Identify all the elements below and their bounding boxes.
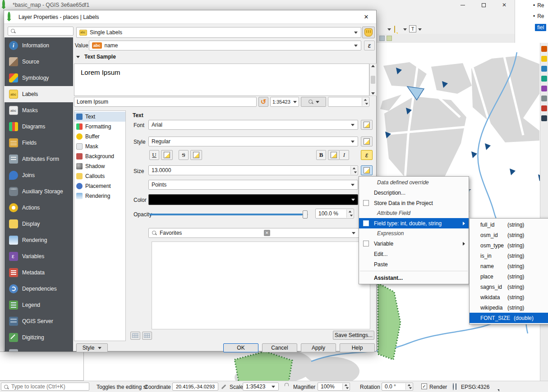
sidebar-item-display[interactable]: Display xyxy=(5,216,73,232)
italic-button[interactable]: I xyxy=(339,150,349,160)
save-settings-button[interactable]: Save Settings... xyxy=(333,331,374,340)
locate-input[interactable] xyxy=(1,383,89,391)
label-tool-icon[interactable] xyxy=(379,36,385,41)
automated-placement-button[interactable] xyxy=(362,27,375,38)
tab-background[interactable]: Background xyxy=(74,151,125,161)
sidebar-item-metadata[interactable]: Metadata xyxy=(5,264,73,281)
color-button[interactable] xyxy=(148,194,358,205)
sidebar-item-information[interactable]: Information xyxy=(5,37,73,54)
dock-selected-item[interactable]: fiel xyxy=(535,24,546,31)
sidebar-item-fields[interactable]: Fields xyxy=(5,135,73,151)
menu-item-paste[interactable]: Paste xyxy=(359,259,469,269)
sample-scale-combo[interactable]: 1:35423 xyxy=(270,97,299,107)
sidebar-item-diagrams[interactable]: Diagrams xyxy=(5,119,73,135)
field-item-wikipedia[interactable]: wikipedia(string) xyxy=(470,302,548,313)
preview-background-button[interactable] xyxy=(301,97,326,107)
chevron-down-icon[interactable] xyxy=(418,28,422,31)
tab-rendering[interactable]: Rendering xyxy=(74,191,125,201)
help-button[interactable]: Help xyxy=(340,343,375,352)
text-annotation-icon[interactable]: T xyxy=(409,25,416,32)
apply-button[interactable]: Apply xyxy=(301,343,336,352)
sidebar-item-rendering[interactable]: Rendering xyxy=(5,232,73,248)
scroll-thumb[interactable] xyxy=(371,76,375,84)
close-button[interactable]: ✕ xyxy=(494,0,515,10)
labels-mode-combo[interactable]: Single Labels xyxy=(76,27,361,38)
size-unit-combo[interactable]: Points xyxy=(148,180,358,190)
font-data-defined-button[interactable] xyxy=(361,120,373,130)
menu-item-field-type[interactable]: Field type: int, double, string xyxy=(359,218,469,228)
text-sample-header[interactable]: Text Sample xyxy=(84,54,116,60)
ok-button[interactable]: OK xyxy=(223,343,258,352)
sidebar-item-attributes-form[interactable]: Attributes Form xyxy=(5,151,73,167)
spin-arrows[interactable] xyxy=(350,166,357,174)
style-menu-button[interactable]: Style xyxy=(76,343,108,352)
tool-icon[interactable] xyxy=(541,46,547,52)
icon-view-button[interactable] xyxy=(130,332,140,340)
scroll-up-icon[interactable] xyxy=(371,65,375,67)
extents-icon[interactable] xyxy=(221,384,226,389)
scale-combo[interactable]: 1:35423 xyxy=(243,383,279,391)
sidebar-item-legend[interactable]: Legend xyxy=(5,297,73,313)
underline-data-defined-button[interactable] xyxy=(161,150,173,160)
sidebar-item-variables[interactable]: Variables xyxy=(5,248,73,264)
strikethrough-button[interactable]: S xyxy=(179,150,189,160)
chevron-down-icon[interactable] xyxy=(403,28,407,31)
list-view-button[interactable] xyxy=(142,332,152,340)
checkbox-icon[interactable] xyxy=(363,200,369,206)
bold-data-defined-button[interactable] xyxy=(328,150,340,160)
sidebar-item-dependencies[interactable]: Dependencies xyxy=(5,281,73,297)
crs-globe-icon[interactable] xyxy=(453,383,454,390)
reset-sample-button[interactable]: ↺ xyxy=(258,97,268,107)
sidebar-item-3d-view[interactable]: 3D View xyxy=(5,346,73,351)
field-item-sagns_id[interactable]: sagns_id(string) xyxy=(470,282,548,292)
crs-label[interactable]: EPSG:4326 xyxy=(461,384,489,390)
tab-buffer[interactable]: Buffer xyxy=(74,132,125,141)
value-field-combo[interactable]: abc name xyxy=(89,41,361,50)
checkbox-icon[interactable] xyxy=(363,220,369,226)
tab-callouts[interactable]: Callouts xyxy=(74,171,125,181)
magnifier-spinbox[interactable]: 100% xyxy=(318,383,350,391)
preview-extra-spinbox[interactable] xyxy=(328,97,369,107)
opacity-spinbox[interactable]: 100.0 % xyxy=(315,209,354,219)
tool-icon[interactable] xyxy=(541,115,547,121)
bold-button[interactable]: B xyxy=(316,150,326,160)
font-combo[interactable]: Arial xyxy=(148,120,358,130)
dialog-titlebar[interactable]: Layer Properties - places | Labels ✕ xyxy=(4,10,376,24)
field-item-wikidata[interactable]: wikidata(string) xyxy=(470,292,548,302)
underline-button[interactable]: U xyxy=(149,150,159,160)
style-data-defined-button[interactable] xyxy=(361,137,373,146)
sidebar-item-digitizing[interactable]: Digitizing xyxy=(5,329,73,346)
menu-item-variable[interactable]: Variable xyxy=(359,238,469,249)
dialog-close-button[interactable]: ✕ xyxy=(356,10,376,23)
size-spinbox[interactable]: 13.0000 xyxy=(148,165,358,175)
collapse-triangle-icon[interactable] xyxy=(76,56,80,58)
sidebar-item-actions[interactable]: Actions xyxy=(5,200,73,216)
field-item-osm_id[interactable]: osm_id(string) xyxy=(470,230,548,240)
minimize-button[interactable] xyxy=(452,0,473,10)
dock-list-item[interactable]: •Re xyxy=(533,2,544,9)
field-item-place[interactable]: place(string) xyxy=(470,271,548,282)
tab-text[interactable]: Text xyxy=(74,112,125,122)
menu-item-description[interactable]: Description... xyxy=(359,187,469,198)
expression-builder-button[interactable]: ε xyxy=(364,41,375,50)
field-item-is_in[interactable]: is_in(string) xyxy=(470,251,548,261)
field-item-FONT_SIZE[interactable]: FONT_SIZE(double) xyxy=(470,313,548,323)
preview-scrollbar[interactable] xyxy=(369,64,377,96)
annotation-bubble-icon[interactable] xyxy=(394,26,395,33)
tab-formatting[interactable]: Formatting xyxy=(74,122,125,132)
italic-data-defined-button[interactable]: ε xyxy=(361,150,373,160)
sidebar-item-joins[interactable]: Joins xyxy=(5,167,73,183)
menu-item-edit[interactable]: Edit... xyxy=(359,249,469,259)
label-tool-icon[interactable] xyxy=(387,36,392,41)
tool-icon[interactable] xyxy=(541,56,547,62)
dock-list-item[interactable]: •Re xyxy=(533,13,544,19)
spin-arrows[interactable] xyxy=(346,210,353,218)
properties-search-input[interactable] xyxy=(8,27,74,36)
tab-mask[interactable]: Mask xyxy=(74,141,125,151)
sidebar-item-symbology[interactable]: Symbology xyxy=(5,70,73,86)
render-checkbox[interactable]: ✓ xyxy=(421,383,427,389)
sample-text-input[interactable] xyxy=(74,97,257,107)
chevron-down-icon[interactable] xyxy=(387,28,391,31)
style-gallery-area[interactable] xyxy=(152,242,370,329)
rotation-spinbox[interactable]: 0.0 ° xyxy=(382,383,413,391)
